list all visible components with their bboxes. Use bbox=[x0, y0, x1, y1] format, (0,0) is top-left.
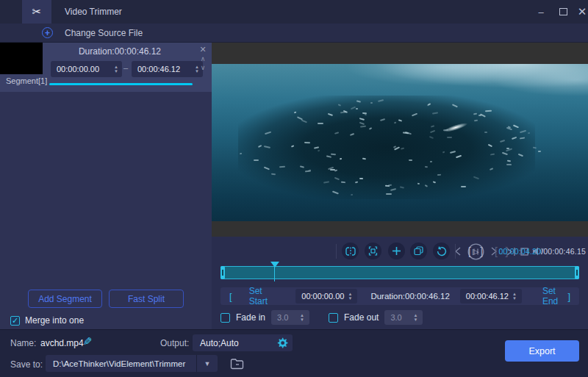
fish-speck bbox=[271, 173, 276, 174]
move-up-icon[interactable]: ∧ bbox=[197, 55, 209, 64]
timecode-total: /00:00:46.15 bbox=[541, 247, 586, 256]
trim-end-value: 00:00:46.12 bbox=[466, 292, 509, 301]
fade-row: Fade in 3.0 ▲▼ Fade out 3.0 ▲▼ bbox=[220, 309, 579, 326]
chevron-down-icon: ▼ bbox=[197, 360, 218, 367]
fish-speck bbox=[478, 115, 481, 116]
fish-speck bbox=[359, 178, 363, 179]
change-source-label: Change Source File bbox=[65, 24, 143, 43]
video-preview[interactable] bbox=[212, 64, 588, 221]
stepper-icon[interactable]: ▲▼ bbox=[296, 313, 308, 322]
fish-speck bbox=[447, 137, 452, 138]
segment-progress-bar bbox=[49, 83, 193, 85]
edit-name-icon[interactable]: ✎ bbox=[83, 335, 93, 348]
fade-in-label: Fade in bbox=[236, 312, 265, 323]
step-back-icon[interactable] bbox=[451, 243, 465, 260]
export-button[interactable]: Export bbox=[505, 340, 579, 362]
fish-speck bbox=[254, 159, 259, 160]
fish-speck bbox=[409, 159, 412, 161]
video-trimmer-window: ✂ Video Trimmer – ✕ + Change Source File… bbox=[0, 0, 588, 377]
move-down-icon[interactable]: ∨ bbox=[197, 64, 209, 73]
stepper-icon[interactable]: ▲▼ bbox=[509, 292, 520, 301]
stepper-icon[interactable]: ▲▼ bbox=[409, 313, 421, 322]
output-bar: Name: avchd.mp4 ✎ Output: Auto;Auto Save… bbox=[0, 329, 588, 377]
segment-panel: Segment[1] Duration:00:00:46.12 00:00:00… bbox=[0, 43, 212, 329]
copy-icon[interactable] bbox=[410, 243, 427, 259]
remove-segment-icon[interactable]: ✕ bbox=[197, 45, 209, 54]
fish-speck bbox=[484, 132, 487, 133]
segment-start-value: 00:00:00.00 bbox=[57, 65, 99, 73]
timecode: 00:00:04.20/00:00:46.15 bbox=[499, 243, 586, 260]
fish-speck bbox=[473, 119, 477, 121]
gear-icon[interactable] bbox=[276, 337, 288, 349]
fish-speck bbox=[417, 182, 420, 184]
fade-out-checkbox[interactable] bbox=[329, 313, 338, 323]
save-path-value: D:\AceThinker\VidElement\Trimmer bbox=[46, 359, 196, 368]
maximize-button[interactable] bbox=[553, 0, 573, 24]
title-bar: ✂ Video Trimmer – ✕ bbox=[0, 0, 588, 24]
video-stage bbox=[212, 43, 588, 237]
trim-duration: Duration:00:00:46.12 bbox=[370, 292, 449, 301]
trim-start-input[interactable]: 00:00:00.00 ▲▼ bbox=[295, 289, 357, 304]
output-label: Output: bbox=[160, 338, 189, 348]
stepper-icon[interactable]: ▲▼ bbox=[110, 65, 122, 73]
name-label: Name: bbox=[10, 338, 36, 348]
trim-start-value: 00:00:00.00 bbox=[301, 292, 344, 301]
minimize-button[interactable]: – bbox=[531, 0, 551, 24]
folder-icon bbox=[231, 359, 243, 369]
timecode-current: 00:00:04.20 bbox=[499, 247, 542, 256]
separator bbox=[336, 244, 337, 259]
segment-end-input[interactable]: 00:00:46.12 ▲▼ bbox=[132, 61, 203, 77]
fast-split-button[interactable]: Fast Split bbox=[109, 290, 184, 308]
fish-speck bbox=[506, 164, 512, 165]
range-dash: – bbox=[123, 63, 128, 72]
maximize-icon bbox=[559, 8, 567, 15]
browse-folder-button[interactable] bbox=[228, 355, 245, 372]
fish-speck bbox=[370, 102, 373, 104]
trim-end-input[interactable]: 00:00:46.12 ▲▼ bbox=[460, 289, 522, 304]
play-icon: ▷ bbox=[473, 247, 478, 256]
fade-in-value: 3.0 bbox=[277, 313, 288, 322]
split-icon[interactable] bbox=[342, 243, 359, 259]
segment-duration: Duration:00:00:46.12 bbox=[43, 46, 197, 57]
save-path-dropdown[interactable]: D:\AceThinker\VidElement\Trimmer ▼ bbox=[46, 355, 218, 372]
fish-speck bbox=[356, 108, 358, 109]
add-segment-button[interactable]: Add Segment bbox=[28, 290, 102, 308]
segment-card[interactable]: Segment[1] Duration:00:00:46.12 00:00:00… bbox=[0, 43, 212, 92]
fish-speck bbox=[538, 151, 541, 152]
change-source-row[interactable]: + Change Source File bbox=[0, 24, 588, 43]
trim-start-handle[interactable] bbox=[220, 266, 225, 279]
scissors-icon: ✂ bbox=[22, 0, 51, 24]
segment-end-value: 00:00:46.12 bbox=[137, 65, 180, 73]
play-segment-button[interactable]: [▷] bbox=[468, 243, 483, 260]
set-start-button[interactable]: Set Start bbox=[249, 286, 277, 306]
merge-label: Merge into one bbox=[25, 315, 84, 326]
fish-speck bbox=[437, 174, 441, 176]
timeline-slider[interactable] bbox=[220, 266, 579, 279]
reset-icon[interactable] bbox=[433, 243, 450, 259]
trim-row: [ Set Start 00:00:00.00 ▲▼ Duration:00:0… bbox=[220, 287, 579, 305]
crop-icon[interactable] bbox=[365, 243, 381, 259]
fade-in-input[interactable]: 3.0 ▲▼ bbox=[271, 310, 309, 325]
stepper-icon[interactable]: ▲▼ bbox=[344, 292, 356, 301]
merge-into-one-row: ✓ Merge into one bbox=[10, 315, 84, 326]
trim-end-handle[interactable] bbox=[575, 266, 579, 279]
segment-start-input[interactable]: 00:00:00.00 ▲▼ bbox=[51, 61, 122, 77]
merge-checkbox[interactable]: ✓ bbox=[10, 316, 20, 326]
close-button[interactable]: ✕ bbox=[572, 0, 588, 24]
segment-label: Segment[1] bbox=[6, 76, 47, 85]
fade-out-input[interactable]: 3.0 ▲▼ bbox=[384, 310, 423, 325]
set-end-button[interactable]: Set End bbox=[542, 286, 567, 306]
playback-controls-panel: [▷] [□] 00:00:04.20/00:00:46.15 [ Set St… bbox=[212, 237, 588, 329]
playhead-marker[interactable] bbox=[270, 262, 279, 268]
add-icon[interactable] bbox=[388, 243, 405, 259]
output-format-field[interactable]: Auto;Auto bbox=[193, 334, 293, 351]
name-value: avchd.mp4 bbox=[40, 338, 84, 348]
fish-speck bbox=[520, 137, 525, 139]
bracket-close: ] bbox=[567, 291, 570, 302]
separator bbox=[455, 244, 456, 259]
fade-in-checkbox[interactable] bbox=[220, 313, 230, 323]
segment-thumbnail bbox=[0, 43, 43, 74]
plus-circle-icon: + bbox=[42, 27, 53, 38]
output-format-value: Auto;Auto bbox=[200, 338, 276, 348]
save-to-label: Save to: bbox=[10, 359, 43, 370]
